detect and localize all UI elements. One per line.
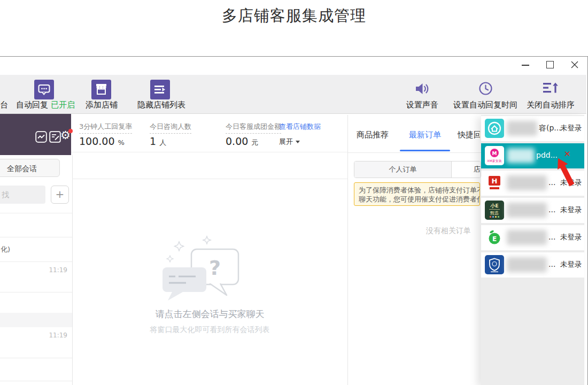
hide-store-list-label[interactable]: 隐藏店铺列表 (135, 100, 188, 110)
all-sessions-button[interactable]: 全部会话 (0, 159, 60, 177)
blurred-store-name (507, 121, 537, 136)
edit-note-icon[interactable] (49, 131, 61, 143)
svg-text:E: E (492, 235, 497, 243)
page-title: 多店铺客服集成管理 (0, 5, 588, 27)
svg-text:M: M (492, 151, 497, 156)
stat-consult-count-value: 1 人 (150, 135, 166, 148)
tab-latest-orders[interactable]: 最新订单 (409, 130, 441, 140)
store-row[interactable]: ... 未登录 (481, 252, 584, 278)
add-store-button[interactable] (91, 80, 111, 99)
empty-chat-subhint: 将窗口最大化即可看到所有会话列表 (72, 325, 347, 335)
add-store-label[interactable]: 添加店铺 (80, 100, 123, 110)
stats-divider (71, 152, 347, 152)
empty-chat-illustration: ? (155, 234, 251, 305)
blurred-store-name (507, 257, 547, 272)
view-store-data-link[interactable]: 查看店铺数据 (279, 122, 321, 132)
panel-divider (347, 115, 348, 385)
store-name-suffix: ... (548, 205, 555, 214)
set-sound-label[interactable]: 设置声音 (402, 100, 443, 110)
no-orders-text: 没有相关订单 (426, 226, 471, 236)
search-placeholder: 找 (2, 190, 9, 200)
hide-store-list-button[interactable] (150, 80, 170, 99)
store-status: 未登录 (560, 205, 582, 215)
active-tab-indicator (400, 150, 450, 151)
empty-chat-hint: 请点击左侧会话与买家聊天 (72, 308, 347, 320)
sidebar-row-divider (0, 358, 72, 358)
e-store-icon: E (485, 228, 504, 247)
sidebar-row-divider (0, 237, 72, 237)
toolbar-partial-label: 台 (0, 100, 8, 110)
svg-text:小E: 小E (490, 203, 498, 209)
svg-text:H: H (492, 177, 498, 185)
clock-icon (478, 81, 493, 96)
set-auto-reply-time-label[interactable]: 设置自动回复时间 (451, 100, 520, 110)
conversation-partial-label[interactable]: 化) (1, 245, 10, 255)
auto-reply-status: 已开启 (51, 100, 75, 110)
disable-auto-sort-button[interactable] (542, 81, 559, 97)
stat-group-amount-value: 0.00 元 (226, 135, 258, 148)
stat-reply-rate-value: 100.00 % (79, 135, 125, 147)
payment-notice: 为了保障消费者体验，店铺待支付订单不再 聊天功能，您可使用催支付促进消费者付款 (354, 182, 480, 206)
sidebar-divider (72, 155, 73, 385)
add-session-button[interactable]: + (51, 186, 69, 204)
sidebar-row-divider (0, 381, 72, 381)
speaker-icon (414, 81, 430, 97)
toggle-personal-orders[interactable]: 个人订单 (354, 161, 452, 178)
conversation-item[interactable]: 11:19 (0, 261, 72, 292)
annotation-arrow (537, 152, 583, 190)
sidebar-row-divider (0, 292, 72, 292)
order-type-toggle: 个人订单 店 (354, 161, 481, 178)
conversation-time: 11:19 (32, 266, 67, 274)
blurred-store-name (507, 203, 547, 218)
tab-quick-reply[interactable]: 快捷回 (458, 130, 480, 140)
notification-dot (68, 129, 73, 133)
stat-consult-count-label: 今日咨询人数 (150, 122, 191, 134)
blurred-store-name (507, 148, 535, 163)
store-status: 未登录 (560, 124, 582, 133)
store-row[interactable]: 容(p... 未登录 (481, 116, 584, 141)
list-icon (150, 80, 170, 99)
chart-icon[interactable] (35, 131, 47, 143)
house-store-icon (485, 119, 504, 138)
store-status: 未登录 (560, 233, 582, 242)
conversation-item[interactable]: 11:19 (0, 327, 72, 358)
xm-store-icon: M XM家女装 (485, 146, 504, 165)
svg-text:甄选: 甄选 (490, 211, 499, 215)
maximize-icon[interactable] (546, 61, 554, 68)
tabs-divider (348, 152, 481, 153)
sort-icon (542, 81, 559, 95)
minimize-icon[interactable] (522, 65, 529, 66)
caret-down-icon (296, 141, 300, 143)
ht-store-icon: H (485, 173, 504, 192)
stat-group-amount-label: 今日客服成团金额 (226, 122, 281, 134)
expand-toggle[interactable]: 展开 (279, 137, 300, 147)
conversation-time: 11:19 (32, 332, 67, 339)
sidebar-row-divider (0, 213, 72, 213)
store-row[interactable]: 小E 甄选 ... 未登录 (481, 198, 584, 223)
store-icon (91, 80, 111, 99)
store-name-suffix: 容(p... (539, 124, 561, 133)
app-screen: 多店铺客服集成管理 台 自动回复 已开启 添加店铺 (0, 0, 588, 385)
conversation-item[interactable] (0, 313, 72, 327)
shield-store-icon (485, 255, 504, 274)
svg-text:XM家女装: XM家女装 (487, 159, 501, 163)
disable-auto-sort-label[interactable]: 关闭自动排序 (526, 100, 575, 110)
auto-reply-label[interactable]: 自动回复 已开启 (11, 100, 80, 110)
close-icon[interactable] (571, 61, 578, 68)
stat-reply-rate-label: 3分钟人工回复率 (79, 122, 132, 134)
toggle-store-orders[interactable]: 店 (452, 161, 481, 178)
store-name-suffix: ... (548, 233, 555, 241)
chat-header-divider (72, 179, 347, 179)
svg-text:?: ? (209, 256, 221, 280)
store-row[interactable]: E ... 未登录 (481, 225, 584, 250)
set-sound-button[interactable] (414, 81, 430, 99)
xiaoe-store-icon: 小E 甄选 (485, 201, 504, 220)
set-auto-reply-time-button[interactable] (478, 81, 493, 98)
blurred-store-name (507, 230, 547, 245)
chat-bubble-icon (34, 80, 54, 99)
store-name-suffix: ... (548, 260, 555, 268)
tab-product-recommend[interactable]: 商品推荐 (357, 130, 389, 140)
store-status: 未登录 (560, 260, 582, 270)
auto-reply-button[interactable] (34, 80, 54, 99)
